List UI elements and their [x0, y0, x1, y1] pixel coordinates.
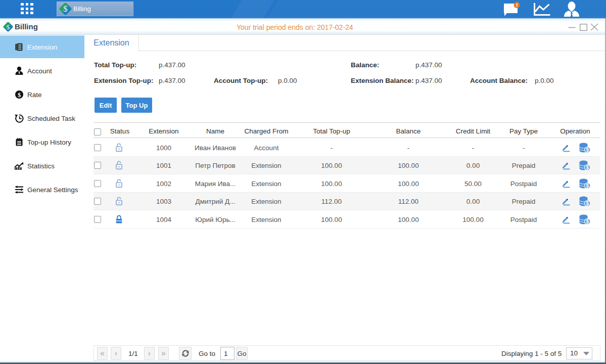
svg-text:$: $: [586, 219, 589, 224]
svg-text:$: $: [63, 4, 67, 14]
svg-text:$: $: [586, 147, 589, 153]
svg-text:$: $: [586, 165, 589, 170]
svg-text:$: $: [586, 201, 589, 206]
svg-text:$: $: [7, 23, 10, 31]
svg-text:$: $: [18, 92, 21, 99]
svg-text:$: $: [586, 183, 589, 189]
